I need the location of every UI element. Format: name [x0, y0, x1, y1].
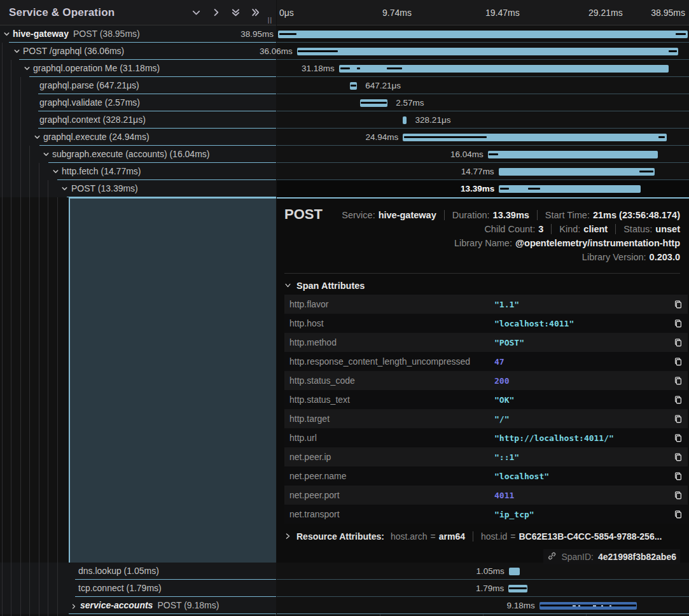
expand-one-icon[interactable] [211, 7, 221, 18]
tree-pane-header: Service & Operation || [0, 0, 276, 25]
start-time-value: 21ms (23:56:48.174) [593, 210, 680, 220]
tree-row-hive-gateway-post[interactable]: hive-gatewayPOST (38.95ms) [0, 25, 276, 43]
span-bar-collapsed[interactable] [539, 602, 637, 610]
span-tree-pane: Service & Operation || hive-gatewayPOST … [0, 0, 276, 616]
tree-row-tcp-connect[interactable]: tcp.connect (1.79ms) [0, 580, 276, 597]
child-span-marker [404, 136, 487, 138]
span-bar[interactable] [339, 65, 669, 73]
tree-row-subgraph-execute[interactable]: subgraph.execute (accounts) (16.04ms) [0, 146, 276, 163]
tree-row-dns-lookup[interactable]: dns.lookup (1.05ms) [0, 563, 276, 580]
bar-row: 1.79ms [277, 580, 689, 597]
span-bar[interactable] [403, 134, 667, 141]
span-bar[interactable] [509, 568, 520, 575]
duration-label: 328.21μs [411, 111, 456, 129]
bar-row: 1.05ms [277, 563, 689, 580]
copy-icon[interactable] [669, 338, 688, 347]
expand-all-icon[interactable] [250, 7, 261, 18]
chevron-right-icon[interactable] [70, 601, 79, 610]
indent-guide [2, 43, 3, 616]
copy-icon[interactable] [669, 433, 688, 443]
collapse-all-icon[interactable] [230, 7, 241, 18]
meta-separator [551, 224, 552, 234]
child-span-marker [298, 50, 338, 52]
chevron-down-icon[interactable] [13, 46, 22, 55]
span-name: tcp.connect (1.79ms) [78, 580, 162, 596]
chevron-down-icon[interactable] [23, 64, 32, 73]
tree-row-post-graphql[interactable]: POST /graphql (36.06ms) [0, 43, 276, 60]
child-span-marker [361, 102, 387, 104]
service-value: hive-gateway [379, 210, 436, 220]
duration-label: 36.06ms [260, 43, 297, 60]
span-name: POST /graphql (36.06ms) [23, 43, 124, 59]
span-bar[interactable] [278, 31, 688, 38]
tree-row-graphql-context[interactable]: graphql.context (328.21μs) [0, 111, 276, 129]
copy-icon[interactable] [669, 510, 688, 519]
copy-icon[interactable] [669, 300, 688, 309]
tree-row-graphql-execute[interactable]: graphql.execute (24.94ms) [0, 129, 276, 146]
kind-value: client [583, 224, 608, 234]
library-name-value: @opentelemetry/instrumentation-http [515, 238, 680, 248]
span-bar[interactable] [360, 99, 387, 107]
duration-label: 38.95ms [240, 25, 278, 43]
copy-icon[interactable] [669, 319, 688, 328]
copy-icon[interactable] [669, 491, 688, 500]
copy-icon[interactable] [669, 376, 688, 386]
chevron-down-icon[interactable] [3, 29, 11, 38]
tree-row-graphql-operation[interactable]: graphql.operation Me (31.18ms) [0, 60, 276, 77]
copy-icon[interactable] [669, 414, 688, 424]
span-attributes-section-header[interactable]: Span Attributes [284, 280, 365, 291]
attr-row: net.peer.ip "::1" [284, 447, 688, 466]
tree-row-http-fetch[interactable]: http.fetch (14.77ms) [0, 163, 276, 180]
duration-label: 647.21μs [361, 77, 405, 94]
equals-sign: = [510, 531, 515, 542]
indent-guide [39, 163, 39, 616]
chevron-down-icon[interactable] [42, 150, 51, 158]
attr-row: net.transport "ip_tcp" [284, 505, 688, 524]
tree-row-graphql-validate[interactable]: graphql.validate (2.57ms) [0, 94, 276, 111]
selected-span-backdrop [69, 197, 276, 563]
resource-attributes-title: Resource Attributes: [296, 531, 384, 542]
attr-row: http.url "http://localhost:4011/" [284, 428, 688, 447]
resource-value: BC62E13B-C4CC-5854-9788-256... [518, 531, 662, 542]
chevron-right-icon [284, 531, 291, 542]
span-bar[interactable] [488, 151, 658, 158]
meta-separator [473, 531, 473, 542]
collapse-one-icon[interactable] [191, 7, 202, 18]
collapsed-children-marker [593, 605, 596, 606]
span-attributes-table: http.flavor "1.1" http.host "localhost:4… [284, 295, 688, 524]
chevron-down-icon[interactable] [52, 167, 60, 176]
indent-guide [48, 180, 48, 616]
pane-resize-handle[interactable]: || [268, 17, 272, 24]
tree-row-graphql-parse[interactable]: graphql.parse (647.21μs) [0, 77, 276, 94]
tree-row-service-accounts[interactable]: service-accountsPOST (9.18ms) [0, 597, 276, 614]
copy-icon[interactable] [669, 452, 688, 462]
attr-row: http.status_text "OK" [284, 390, 688, 409]
link-icon[interactable] [547, 551, 557, 563]
duration-label: 2.57ms [391, 94, 428, 111]
child-span-marker [351, 85, 356, 87]
span-bar[interactable] [499, 168, 655, 176]
span-name: subgraph.execute (accounts) (16.04ms) [52, 146, 209, 162]
copy-icon[interactable] [669, 357, 688, 367]
duration-label: 31.18ms [302, 60, 339, 77]
copy-icon[interactable] [669, 472, 688, 481]
trace-viewer: Service & Operation || hive-gatewayPOST … [0, 0, 689, 616]
duration-label: 1.79ms [476, 580, 508, 597]
span-bar[interactable] [508, 585, 527, 592]
resource-attributes-row[interactable]: Resource Attributes: host.arch = arm64 h… [284, 531, 662, 542]
attr-key: http.host [284, 318, 494, 328]
span-id-label: SpanID: [561, 552, 594, 562]
span-bar[interactable] [499, 185, 641, 193]
bar-row: 328.21μs [277, 111, 689, 129]
chevron-down-icon[interactable] [33, 132, 42, 141]
chevron-down-icon[interactable] [60, 184, 69, 193]
copy-icon[interactable] [669, 395, 688, 405]
span-bar[interactable] [350, 82, 357, 90]
child-span-marker [357, 67, 360, 69]
span-name: POST (38.95ms) [73, 29, 140, 39]
tree-row-post-selected[interactable]: POST (13.39ms) [0, 180, 276, 197]
timeline-ruler[interactable]: 0μs 9.74ms 19.47ms 29.21ms 38.95ms [277, 0, 689, 25]
span-bar[interactable] [297, 48, 678, 55]
span-bar[interactable] [403, 116, 407, 124]
library-version-label: Library Version: [582, 252, 646, 262]
